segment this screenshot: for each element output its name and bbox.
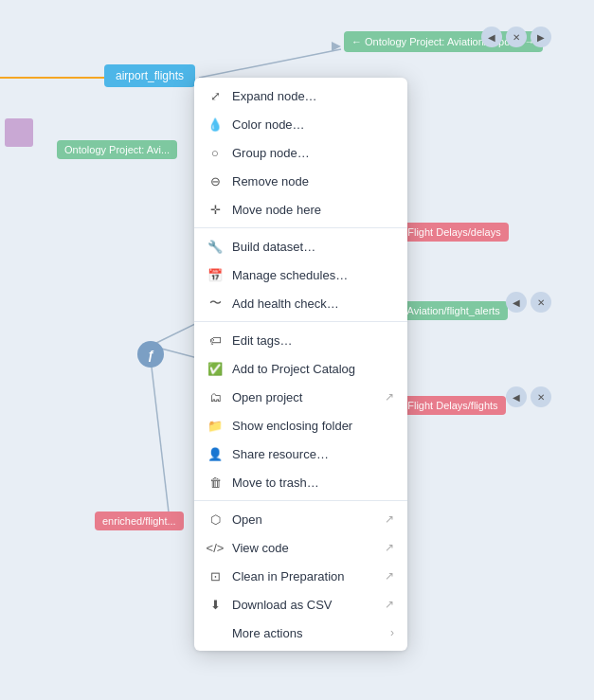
nav-btn-prev[interactable]: ◀ bbox=[481, 27, 502, 47]
menu-label-add-catalog: Add to Project Catalog bbox=[232, 362, 394, 376]
menu-item-clean-preparation[interactable]: ⊡ Clean in Preparation ↗ bbox=[194, 562, 407, 590]
context-menu: ⤢ Expand node… 💧 Color node… ○ Group nod… bbox=[194, 78, 407, 651]
menu-label-clean-preparation: Clean in Preparation bbox=[232, 569, 375, 583]
menu-item-expand-node[interactable]: ⤢ Expand node… bbox=[194, 81, 407, 110]
move-icon: ✛ bbox=[207, 202, 223, 217]
menu-item-edit-tags[interactable]: 🏷 Edit tags… bbox=[194, 326, 407, 354]
menu-label-group-node: Group node… bbox=[232, 146, 394, 160]
project-icon: 🗂 bbox=[207, 389, 223, 404]
menu-label-more-actions: More actions bbox=[232, 626, 381, 640]
menu-item-more-actions[interactable]: More actions › bbox=[194, 619, 407, 647]
nav-btn3-close[interactable]: ✕ bbox=[531, 386, 551, 407]
divider-1 bbox=[194, 227, 407, 228]
node-airport-flights[interactable]: airport_flights bbox=[104, 64, 195, 87]
remove-icon: ⊖ bbox=[207, 173, 223, 188]
folder-icon: 📁 bbox=[207, 418, 223, 433]
menu-label-edit-tags: Edit tags… bbox=[232, 333, 394, 348]
menu-label-remove-node: Remove node bbox=[232, 174, 394, 188]
svg-line-1 bbox=[199, 49, 341, 78]
function-node[interactable]: ƒ bbox=[137, 341, 164, 368]
more-actions-chevron: › bbox=[390, 626, 394, 639]
menu-label-enclosing-folder: Show enclosing folder bbox=[232, 419, 394, 433]
divider-2 bbox=[194, 321, 407, 322]
menu-item-remove-node[interactable]: ⊖ Remove node bbox=[194, 167, 407, 195]
menu-item-group-node[interactable]: ○ Group node… bbox=[194, 138, 407, 167]
canvas: airport_flights ← Ontology Project: Avia… bbox=[0, 0, 594, 700]
menu-label-share-resource: Share resource… bbox=[232, 447, 394, 461]
node-enriched-flight[interactable]: enriched/flight... bbox=[95, 512, 184, 530]
menu-label-download-csv: Download as CSV bbox=[232, 598, 375, 612]
menu-item-share-resource[interactable]: 👤 Share resource… bbox=[194, 440, 407, 468]
clean-arrow: ↗ bbox=[385, 569, 394, 583]
menu-item-build-dataset[interactable]: 🔧 Build dataset… bbox=[194, 232, 407, 260]
catalog-icon: ✅ bbox=[207, 361, 223, 376]
nav-cluster-1: ◀ ✕ ▶ bbox=[481, 27, 551, 47]
more-icon bbox=[207, 625, 223, 640]
nav-btn2-close[interactable]: ✕ bbox=[531, 292, 551, 313]
menu-item-manage-schedules[interactable]: 📅 Manage schedules… bbox=[194, 260, 407, 289]
nav-btn3-prev[interactable]: ◀ bbox=[506, 386, 527, 407]
menu-label-build-dataset: Build dataset… bbox=[232, 240, 394, 254]
share-icon: 👤 bbox=[207, 446, 223, 461]
menu-item-download-csv[interactable]: ⬇ Download as CSV ↗ bbox=[194, 590, 407, 619]
open-icon: ⬡ bbox=[207, 512, 223, 527]
menu-item-health-check[interactable]: 〜 Add health check… bbox=[194, 289, 407, 317]
open-arrow: ↗ bbox=[385, 512, 394, 526]
download-arrow: ↗ bbox=[385, 598, 394, 611]
health-icon: 〜 bbox=[207, 296, 223, 311]
menu-label-expand-node: Expand node… bbox=[232, 89, 394, 103]
group-icon: ○ bbox=[207, 145, 223, 160]
menu-label-color-node: Color node… bbox=[232, 117, 394, 132]
color-icon: 💧 bbox=[207, 117, 223, 132]
menu-label-open: Open bbox=[232, 512, 375, 527]
menu-item-open-project[interactable]: 🗂 Open project ↗ bbox=[194, 383, 407, 411]
menu-item-enclosing-folder[interactable]: 📁 Show enclosing folder bbox=[194, 411, 407, 440]
nav-btn-close[interactable]: ✕ bbox=[506, 27, 527, 47]
view-code-arrow: ↗ bbox=[385, 541, 394, 554]
tag-icon: 🏷 bbox=[207, 332, 223, 348]
nav-cluster-2: ◀ ✕ bbox=[506, 292, 551, 313]
nav-btn2-prev[interactable]: ◀ bbox=[506, 292, 527, 313]
schedule-icon: 📅 bbox=[207, 267, 223, 282]
purple-node[interactable] bbox=[5, 118, 33, 147]
menu-label-move-node: Move node here bbox=[232, 203, 394, 217]
menu-item-open[interactable]: ⬡ Open ↗ bbox=[194, 505, 407, 533]
open-project-arrow: ↗ bbox=[385, 390, 394, 404]
node-ontology-avi[interactable]: Ontology Project: Avi... bbox=[57, 140, 177, 159]
nav-btn-next[interactable]: ▶ bbox=[531, 27, 551, 47]
trash-icon: 🗑 bbox=[207, 475, 223, 490]
menu-label-view-code: View code bbox=[232, 541, 375, 555]
svg-marker-9 bbox=[332, 42, 341, 51]
build-icon: 🔧 bbox=[207, 239, 223, 254]
menu-item-color-node[interactable]: 💧 Color node… bbox=[194, 110, 407, 138]
expand-icon: ⤢ bbox=[207, 88, 223, 103]
clean-icon: ⊡ bbox=[207, 568, 223, 583]
nav-cluster-3: ◀ ✕ bbox=[506, 386, 551, 407]
menu-label-open-project: Open project bbox=[232, 390, 375, 404]
code-icon: </> bbox=[207, 540, 223, 555]
menu-item-add-catalog[interactable]: ✅ Add to Project Catalog bbox=[194, 354, 407, 383]
menu-label-manage-schedules: Manage schedules… bbox=[232, 268, 394, 282]
menu-item-move-node[interactable]: ✛ Move node here bbox=[194, 195, 407, 224]
menu-item-move-trash[interactable]: 🗑 Move to trash… bbox=[194, 468, 407, 496]
divider-3 bbox=[194, 500, 407, 501]
svg-line-8 bbox=[151, 359, 171, 529]
download-icon: ⬇ bbox=[207, 597, 223, 612]
menu-item-view-code[interactable]: </> View code ↗ bbox=[194, 533, 407, 562]
menu-label-move-trash: Move to trash… bbox=[232, 476, 394, 490]
menu-label-health-check: Add health check… bbox=[232, 296, 394, 311]
